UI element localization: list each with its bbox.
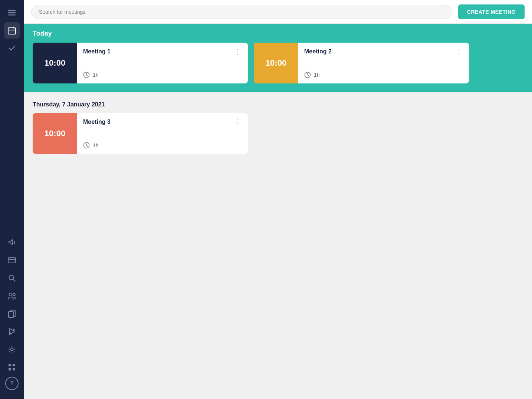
svg-rect-20	[9, 368, 11, 370]
svg-line-10	[13, 279, 15, 281]
meeting-3-content: Meeting 3 ⋮ 1h	[77, 113, 248, 154]
meeting-3-title: Meeting 3	[83, 119, 111, 125]
search-icon[interactable]	[4, 270, 20, 286]
search-input[interactable]	[31, 5, 452, 19]
meeting-3-header: Meeting 3 ⋮	[83, 118, 242, 126]
main-content: CREATE MEETING Today 10:00 Meeting 1 ⋮	[24, 0, 532, 399]
meeting-2-time-block: 10:00	[254, 43, 298, 83]
svg-point-9	[9, 276, 14, 280]
svg-rect-5	[13, 27, 14, 29]
svg-point-17	[11, 348, 13, 351]
svg-point-12	[13, 293, 15, 296]
meeting-card-1[interactable]: 10:00 Meeting 1 ⋮ 1h	[33, 43, 248, 83]
meeting-3-more-button[interactable]: ⋮	[234, 118, 242, 126]
meeting-1-duration-text: 1h	[93, 72, 99, 78]
svg-rect-0	[8, 10, 16, 11]
meeting-1-time: 10:00	[45, 58, 65, 68]
clock-icon-1	[83, 72, 90, 78]
future-meetings-row: 10:00 Meeting 3 ⋮ 1h	[33, 113, 523, 154]
meeting-1-time-block: 10:00	[33, 43, 77, 83]
megaphone-icon[interactable]	[4, 234, 20, 251]
svg-rect-7	[8, 258, 16, 263]
today-section: Today 10:00 Meeting 1 ⋮	[24, 24, 532, 92]
meeting-1-header: Meeting 1 ⋮	[83, 48, 242, 55]
help-icon[interactable]: ?	[5, 377, 19, 390]
svg-rect-3	[8, 28, 16, 34]
future-section: Thursday, 7 January 2021 10:00 Meeting 3…	[24, 92, 532, 399]
svg-rect-19	[13, 364, 15, 366]
shape-icon[interactable]	[4, 323, 20, 340]
meeting-card-3[interactable]: 10:00 Meeting 3 ⋮ 1h	[33, 113, 248, 154]
svg-rect-1	[8, 12, 16, 13]
grid-icon[interactable]	[4, 359, 20, 375]
meeting-2-duration-text: 1h	[314, 72, 320, 78]
meeting-2-time: 10:00	[266, 58, 286, 68]
today-label: Today	[33, 30, 523, 37]
help-label: ?	[10, 380, 14, 387]
copy-icon[interactable]	[4, 306, 20, 322]
svg-rect-6	[8, 30, 16, 30]
meeting-1-content: Meeting 1 ⋮ 1h	[77, 43, 248, 83]
svg-point-15	[9, 333, 11, 334]
meeting-2-header: Meeting 2 ⋮	[304, 48, 463, 55]
svg-point-11	[9, 293, 12, 296]
svg-rect-2	[8, 14, 16, 16]
topbar: CREATE MEETING	[24, 0, 532, 24]
meeting-3-duration: 1h	[83, 142, 242, 149]
meeting-2-duration: 1h	[304, 72, 463, 78]
meeting-2-title: Meeting 2	[304, 48, 332, 55]
future-date-label: Thursday, 7 January 2021	[33, 101, 523, 108]
meeting-3-time: 10:00	[45, 129, 65, 138]
svg-point-16	[13, 329, 15, 331]
meeting-3-duration-text: 1h	[93, 142, 99, 148]
svg-rect-13	[9, 311, 13, 317]
meeting-2-content: Meeting 2 ⋮ 1h	[298, 43, 469, 83]
check-icon[interactable]	[4, 40, 20, 56]
people-icon[interactable]	[4, 288, 20, 304]
clock-icon-2	[304, 72, 311, 78]
calendar-icon[interactable]	[4, 22, 20, 39]
billing-icon[interactable]	[4, 252, 20, 268]
meeting-1-title: Meeting 1	[83, 48, 111, 55]
svg-rect-21	[13, 368, 15, 370]
meeting-2-more-button[interactable]: ⋮	[455, 48, 463, 55]
settings-icon[interactable]	[4, 341, 20, 357]
clock-icon-3	[83, 142, 90, 149]
meeting-1-duration: 1h	[83, 72, 242, 78]
meeting-1-more-button[interactable]: ⋮	[234, 48, 242, 55]
sidebar: ?	[0, 0, 24, 399]
today-meetings-row: 10:00 Meeting 1 ⋮ 1h	[33, 43, 523, 83]
meeting-3-time-block: 10:00	[33, 113, 77, 154]
svg-rect-4	[10, 27, 10, 29]
menu-icon[interactable]	[4, 4, 20, 21]
create-meeting-button[interactable]: CREATE MEETING	[458, 4, 525, 19]
meeting-card-2[interactable]: 10:00 Meeting 2 ⋮ 1h	[254, 43, 469, 83]
svg-rect-18	[9, 364, 11, 366]
